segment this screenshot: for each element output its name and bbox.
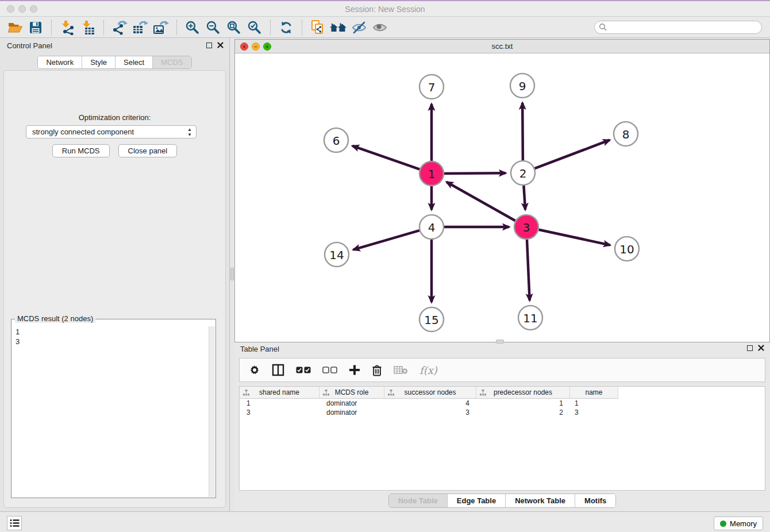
search-input[interactable] xyxy=(594,21,762,34)
save-session-button[interactable] xyxy=(25,18,46,37)
deselect-all-button[interactable] xyxy=(322,361,337,379)
toolbar-separator xyxy=(103,20,104,35)
select-all-button[interactable] xyxy=(296,361,311,379)
application-window: Session: New Session xyxy=(0,0,770,532)
criterion-value: strongly connected component xyxy=(32,128,134,136)
horizontal-splitter-grip[interactable] xyxy=(496,340,504,344)
cell-filler xyxy=(618,399,765,408)
export-network-icon xyxy=(111,20,128,35)
delete-column-button[interactable] xyxy=(372,361,382,379)
network-frame-title: scc.txt xyxy=(235,42,769,51)
refresh-button[interactable] xyxy=(276,18,297,37)
copy-network-file-icon xyxy=(310,20,325,36)
column-header-successor-nodes[interactable]: successor nodes xyxy=(384,387,476,399)
zoom-in-icon xyxy=(185,20,200,35)
zoom-selected-icon xyxy=(247,20,262,35)
graph-node-label-7: 7 xyxy=(428,80,436,94)
show-graphics-details-button[interactable] xyxy=(369,18,390,37)
import-network-button[interactable] xyxy=(57,18,78,37)
task-history-button[interactable] xyxy=(7,516,22,530)
column-header-name[interactable]: name xyxy=(570,387,618,399)
tab-select[interactable]: Select xyxy=(116,56,153,68)
mcds-result-lines: 1 3 xyxy=(16,327,20,346)
hide-graphics-details-button[interactable] xyxy=(349,18,369,37)
cell-shared-name: 3 xyxy=(240,408,319,417)
import-table-button[interactable] xyxy=(78,18,98,37)
export-network-button[interactable] xyxy=(109,18,130,37)
column-label: successor nodes xyxy=(404,388,456,396)
graph-node-label-6: 6 xyxy=(333,134,340,148)
tab-style[interactable]: Style xyxy=(82,56,116,68)
graph-edge-1-2[interactable] xyxy=(444,173,506,174)
clone-network-button[interactable] xyxy=(307,18,328,37)
export-image-button[interactable] xyxy=(151,18,171,37)
column-label: name xyxy=(585,388,602,396)
memory-button[interactable]: Memory xyxy=(714,516,763,530)
column-header-predecessor-nodes[interactable]: predecessor nodes xyxy=(476,387,570,399)
close-table-panel-icon[interactable] xyxy=(758,345,764,351)
tab-motifs[interactable]: Motifs xyxy=(575,494,615,507)
control-panel-header: Control Panel xyxy=(0,39,229,53)
run-mcds-button[interactable]: Run MCDS xyxy=(52,144,110,157)
toolbar-separator xyxy=(51,20,52,35)
unchecked-boxes-icon xyxy=(322,367,337,374)
zoom-out-button[interactable] xyxy=(203,18,224,37)
graph-node-label-3: 3 xyxy=(523,221,530,234)
toolbar-search xyxy=(594,21,762,34)
mcds-panel-content: Optimization criterion: strongly connect… xyxy=(3,70,226,508)
mcds-result-line: 3 xyxy=(16,337,20,346)
result-scrollbar[interactable] xyxy=(209,326,215,497)
right-area: × − + scc.txt 7968124314101511 xyxy=(234,38,770,511)
export-table-button[interactable] xyxy=(130,18,151,37)
close-panel-icon[interactable] xyxy=(217,42,224,48)
tab-mcds[interactable]: MCDS xyxy=(153,56,191,68)
show-columns-button[interactable] xyxy=(272,361,284,379)
table-header-row: shared name MCDS role xyxy=(240,387,765,399)
open-session-button[interactable] xyxy=(5,18,25,37)
main-toolbar xyxy=(0,17,770,38)
zoom-selected-button[interactable] xyxy=(244,18,265,37)
zoom-in-button[interactable] xyxy=(182,18,203,37)
graph-node-label-4: 4 xyxy=(428,221,436,234)
cell-name: 1 xyxy=(570,399,618,408)
graph-edge-3-10[interactable] xyxy=(539,230,610,245)
graph-edge-3-11[interactable] xyxy=(527,240,530,300)
graph-edge-1-6[interactable] xyxy=(352,146,419,169)
graph-edge-2-9[interactable] xyxy=(522,103,523,160)
criterion-select[interactable]: strongly connected component ▲▼ xyxy=(26,125,197,138)
tab-node-table[interactable]: Node Table xyxy=(389,494,448,507)
close-panel-button[interactable]: Close panel xyxy=(118,144,178,157)
zoom-fit-button[interactable] xyxy=(224,18,244,37)
column-type-icon xyxy=(388,390,394,396)
column-header-shared-name[interactable]: shared name xyxy=(240,387,319,399)
graph-edge-3-1[interactable] xyxy=(446,182,515,221)
delete-table-button[interactable] xyxy=(394,361,408,379)
home-view-button[interactable] xyxy=(328,18,349,37)
table-row[interactable]: 1 dominator 4 1 1 xyxy=(240,399,765,408)
table-options-button[interactable] xyxy=(249,361,260,379)
tab-edge-table[interactable]: Edge Table xyxy=(448,494,506,507)
network-canvas[interactable]: 7968124314101511 xyxy=(235,53,769,342)
table-row[interactable]: 3 dominator 3 2 3 xyxy=(240,408,765,417)
graph-edge-2-3[interactable] xyxy=(523,186,525,210)
float-table-panel-icon[interactable] xyxy=(747,345,753,351)
column-header-mcds-role[interactable]: MCDS role xyxy=(319,387,384,399)
cell-mcds-role: dominator xyxy=(319,399,384,408)
export-table-icon xyxy=(132,20,148,35)
splitter-grip[interactable] xyxy=(230,268,234,280)
create-column-button[interactable] xyxy=(349,361,360,379)
graph-edge-2-8[interactable] xyxy=(535,140,610,169)
window-title: Session: New Session xyxy=(0,5,770,14)
vertical-splitter[interactable] xyxy=(230,38,234,511)
control-panel: Control Panel Network Style Select MCDS … xyxy=(0,38,230,511)
mcds-result-line: 1 xyxy=(16,327,20,337)
trash-icon xyxy=(372,364,382,376)
tab-network[interactable]: Network xyxy=(38,56,82,68)
function-builder-button[interactable]: f(x) xyxy=(419,361,437,379)
network-graph: 7968124314101511 xyxy=(235,53,769,342)
graph-node-label-15: 15 xyxy=(424,313,438,327)
tab-network-table[interactable]: Network Table xyxy=(506,494,575,507)
float-panel-icon[interactable] xyxy=(206,43,212,48)
search-icon xyxy=(599,23,607,32)
graph-edge-4-14[interactable] xyxy=(353,230,419,250)
